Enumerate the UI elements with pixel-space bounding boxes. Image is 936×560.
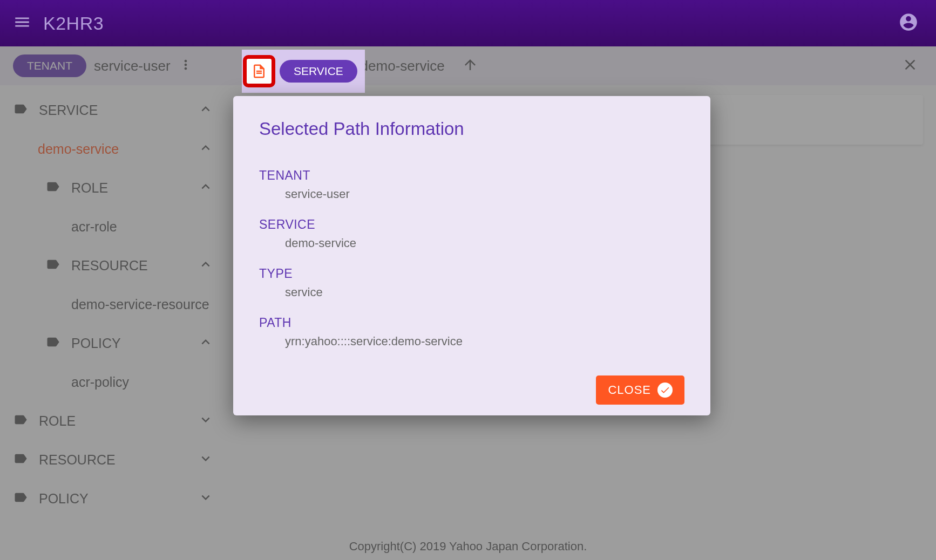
service-chip[interactable]: SERVICE (280, 60, 357, 83)
toolbar-highlight: SERVICE (242, 50, 365, 93)
dialog-type-label: TYPE (259, 267, 684, 281)
menu-icon[interactable] (13, 13, 31, 33)
dialog-tenant-value: service-user (259, 187, 684, 201)
check-circle-icon (657, 383, 673, 398)
dialog-service-value: demo-service (259, 236, 684, 250)
document-icon (248, 60, 270, 83)
dialog-title: Selected Path Information (259, 119, 684, 139)
dialog-field-type: TYPE service (259, 267, 684, 299)
dialog-path-label: PATH (259, 316, 684, 330)
dialog-actions: CLOSE (259, 375, 684, 405)
user-icon[interactable] (898, 12, 919, 35)
dialog-path-value: yrn:yahoo::::service:demo-service (259, 334, 684, 349)
close-button[interactable]: CLOSE (596, 375, 684, 405)
close-button-label: CLOSE (608, 383, 651, 397)
dialog-service-label: SERVICE (259, 217, 684, 232)
dialog-type-value: service (259, 285, 684, 299)
dialog-field-service: SERVICE demo-service (259, 217, 684, 250)
topbar: K2HR3 (0, 0, 936, 46)
dialog-field-path: PATH yrn:yahoo::::service:demo-service (259, 316, 684, 349)
app-title: K2HR3 (43, 13, 104, 34)
path-info-button-highlight[interactable] (243, 55, 275, 87)
dialog-tenant-label: TENANT (259, 168, 684, 183)
path-info-dialog: Selected Path Information TENANT service… (233, 96, 710, 415)
dialog-field-tenant: TENANT service-user (259, 168, 684, 201)
